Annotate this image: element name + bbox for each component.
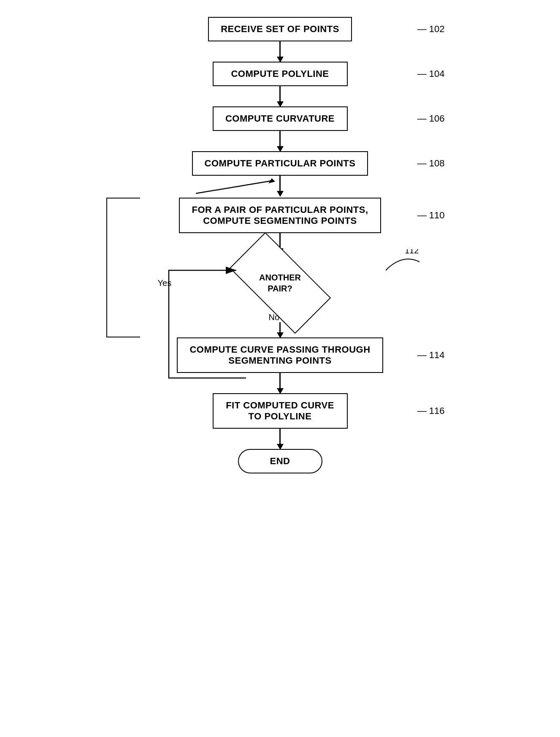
step-110-label: — 110	[417, 210, 445, 221]
step-102: RECEIVE SET OF POINTS	[208, 17, 352, 41]
step-116-label: — 116	[417, 405, 445, 416]
step-110: FOR A PAIR OF PARTICULAR POINTS,COMPUTE …	[179, 198, 381, 233]
step-108-label: — 108	[417, 158, 445, 169]
step-102-label: — 102	[417, 24, 445, 35]
step-102-wrapper: RECEIVE SET OF POINTS — 102	[90, 17, 470, 41]
step-112-text: ANOTHERPAIR?	[259, 272, 301, 294]
flowchart: RECEIVE SET OF POINTS — 102 COMPUTE POLY…	[90, 17, 470, 473]
step-114-wrapper: COMPUTE CURVE PASSING THROUGHSEGMENTING …	[90, 337, 470, 373]
step-114-label: — 114	[417, 350, 445, 361]
step-104-label: — 104	[417, 68, 445, 79]
arrow-2	[277, 86, 284, 106]
svg-line-0	[196, 181, 272, 193]
arrow-5	[277, 322, 284, 337]
step-106-wrapper: COMPUTE CURVATURE — 106	[90, 106, 470, 131]
step-114: COMPUTE CURVE PASSING THROUGHSEGMENTING …	[177, 337, 383, 373]
no-label-wrapper: No	[265, 313, 291, 322]
svg-text:112: 112	[405, 249, 419, 255]
arrow-6	[277, 373, 284, 393]
step-110-wrapper: FOR A PAIR OF PARTICULAR POINTS,COMPUTE …	[90, 198, 470, 233]
step-end: END	[238, 449, 322, 473]
yes-label: Yes	[158, 278, 172, 288]
step-108-wrapper: COMPUTE PARTICULAR POINTS — 108	[90, 151, 470, 176]
loop-join-arrow	[196, 177, 280, 194]
loop-section: FOR A PAIR OF PARTICULAR POINTS,COMPUTE …	[90, 198, 470, 337]
step-116-wrapper: FIT COMPUTED CURVETO POLYLINE — 116	[90, 393, 470, 429]
step-116: FIT COMPUTED CURVETO POLYLINE	[213, 393, 348, 429]
loop-entry-arrow	[90, 176, 470, 198]
step-104-wrapper: COMPUTE POLYLINE — 104	[90, 62, 470, 86]
diamond-112-wrapper: Yes ANOTHERPAIR? 112	[90, 253, 470, 313]
no-label: No	[269, 313, 280, 322]
arrow-1	[277, 41, 284, 62]
step-112: ANOTHERPAIR?	[230, 253, 331, 313]
step-106-label: — 106	[417, 113, 445, 124]
step-112-label-line: 112	[377, 249, 428, 275]
step-end-wrapper: END	[90, 449, 470, 473]
arrow-3	[277, 131, 284, 151]
step-104: COMPUTE POLYLINE	[213, 62, 348, 86]
arrow-7	[277, 429, 284, 449]
step-106: COMPUTE CURVATURE	[213, 106, 348, 131]
step-108: COMPUTE PARTICULAR POINTS	[192, 151, 368, 176]
